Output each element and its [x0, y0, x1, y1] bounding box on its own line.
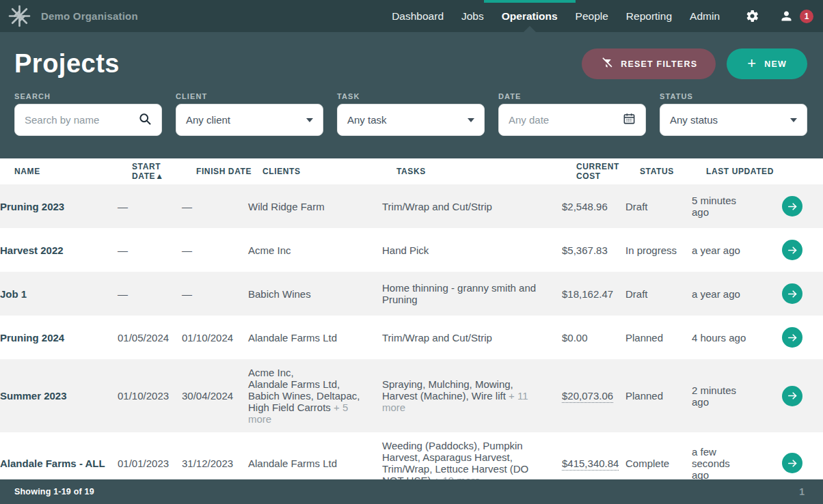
finish-date: 31/12/2023 [182, 458, 248, 469]
status: Draft [625, 201, 692, 212]
tasks: Hand Pick [382, 244, 562, 256]
start-date: 01/05/2024 [118, 332, 182, 344]
open-project-button[interactable] [782, 283, 802, 304]
start-date: — [118, 244, 182, 256]
table-row[interactable]: Pruning 2023 — — Wild Ridge Farm Trim/Wr… [0, 184, 823, 228]
last-updated: 4 hours ago [692, 332, 774, 344]
projects-table: NAME START DATE▲ FINISH DATE CLIENTS TAS… [0, 158, 823, 494]
finish-date: — [182, 201, 248, 212]
client-select[interactable]: Any client [176, 104, 323, 136]
start-date: — [118, 201, 182, 212]
projects-page: Demo Organisation Dashboard Jobs Operati… [0, 0, 823, 504]
start-date: 01/01/2023 [118, 458, 182, 469]
table-body: Pruning 2023 — — Wild Ridge Farm Trim/Wr… [0, 184, 823, 494]
reset-filters-button[interactable]: RESET FILTERS [582, 48, 716, 79]
finish-date: — [182, 244, 248, 256]
last-updated: 5 minutes ago [692, 195, 774, 218]
open-project-button[interactable] [782, 240, 802, 260]
nav-item-reporting[interactable]: Reporting [626, 0, 672, 32]
status-label: STATUS [660, 92, 807, 100]
nav-item-people[interactable]: People [576, 0, 608, 32]
page-title: Projects [14, 50, 120, 79]
open-project-button[interactable] [782, 327, 802, 348]
status: Complete [625, 458, 692, 469]
task-select[interactable]: Any task [337, 104, 485, 136]
status-select[interactable]: Any status [660, 104, 807, 136]
current-cost: $18,162.47 [562, 288, 625, 300]
main-nav: Dashboard Jobs Operations People Reporti… [383, 0, 729, 32]
project-name: Alandale Farms - ALL [0, 458, 118, 469]
finish-date: 01/10/2024 [182, 332, 248, 344]
nav-item-admin[interactable]: Admin [690, 0, 720, 32]
current-cost: $2,548.96 [562, 201, 625, 212]
column-header-current-cost[interactable]: CURRENT COST [576, 162, 640, 181]
column-header-clients[interactable]: CLIENTS [262, 167, 396, 176]
table-row[interactable]: Pruning 2024 01/05/2024 01/10/2024 Aland… [0, 316, 823, 359]
current-cost: $415,340.84 [562, 458, 625, 469]
tasks: Trim/Wrap and Cut/Strip [382, 201, 562, 212]
project-name: Summer 2023 [0, 390, 118, 402]
column-header-last-updated[interactable]: LAST UPDATED [706, 167, 789, 176]
last-updated: a year ago [692, 288, 774, 300]
start-date: — [118, 288, 182, 300]
date-input[interactable] [509, 114, 623, 126]
status: Planned [625, 390, 692, 402]
sort-asc-icon: ▲ [155, 171, 163, 181]
filter-date: DATE [498, 92, 646, 136]
settings-gear-icon[interactable] [744, 8, 760, 25]
last-updated: 2 minutes ago [692, 384, 774, 408]
filter-search: SEARCH [14, 92, 162, 136]
status: Planned [625, 332, 692, 344]
clients: Wild Ridge Farm [248, 201, 382, 212]
table-header-row: NAME START DATE▲ FINISH DATE CLIENTS TAS… [0, 158, 823, 184]
filter-status: STATUS Any status [660, 92, 807, 136]
pagination-page-1[interactable]: 1 [799, 486, 805, 497]
filter-task: TASK Any task [337, 92, 485, 136]
table-row[interactable]: Harvest 2022 — — Acme Inc Hand Pick $5,3… [0, 228, 823, 272]
clients: Babich Wines [248, 288, 382, 300]
column-header-start-date[interactable]: START DATE▲ [132, 162, 196, 181]
search-icon[interactable] [138, 112, 152, 128]
project-name: Pruning 2023 [0, 201, 118, 212]
open-project-button[interactable] [782, 196, 802, 216]
chevron-down-icon [468, 118, 474, 122]
org-logo-icon [7, 4, 31, 29]
search-input[interactable] [25, 114, 138, 126]
chevron-down-icon [306, 118, 313, 122]
filter-off-icon [600, 57, 613, 72]
task-label: TASK [337, 92, 485, 100]
filter-bar: SEARCH CLIENT Any client TASK Any [14, 92, 807, 136]
nav-item-jobs[interactable]: Jobs [461, 0, 484, 32]
notification-badge[interactable]: 1 [800, 10, 813, 23]
column-header-finish-date[interactable]: FINISH DATE [196, 167, 262, 176]
filter-client: CLIENT Any client [176, 92, 323, 136]
table-row[interactable]: Summer 2023 01/10/2023 30/04/2024 Acme I… [0, 359, 823, 432]
navbar-brand: Demo Organisation [7, 4, 138, 29]
last-updated: a few seconds ago [692, 446, 774, 481]
table-footer: Showing 1-19 of 19 1 [0, 479, 823, 504]
top-navbar: Demo Organisation Dashboard Jobs Operati… [0, 0, 823, 32]
clients: Alandale Farms Ltd [248, 332, 382, 344]
clients: Acme Inc, Alandale Farms Ltd, Babich Win… [248, 367, 382, 425]
project-name: Harvest 2022 [0, 244, 118, 256]
status: Draft [625, 288, 692, 300]
tasks: Trim/Wrap and Cut/Strip [382, 332, 562, 344]
tasks: Home thinning - granny smith and Pruning [382, 282, 562, 305]
nav-item-dashboard[interactable]: Dashboard [392, 0, 444, 32]
table-row[interactable]: Job 1 — — Babich Wines Home thinning - g… [0, 272, 823, 316]
column-header-status[interactable]: STATUS [640, 167, 706, 176]
tasks: Spraying, Mulching, Mowing, Harvest (Mac… [382, 378, 562, 413]
column-header-tasks[interactable]: TASKS [396, 167, 576, 176]
new-project-button[interactable]: + NEW [727, 48, 807, 79]
date-label: DATE [498, 92, 646, 100]
current-cost: $5,367.83 [562, 244, 625, 256]
project-name: Job 1 [0, 288, 118, 300]
column-header-name[interactable]: NAME [14, 167, 132, 176]
showing-count: Showing 1-19 of 19 [14, 487, 94, 496]
calendar-icon[interactable] [623, 112, 636, 128]
user-account-icon[interactable] [778, 8, 794, 25]
open-project-button[interactable] [782, 453, 802, 473]
status: In progress [625, 244, 692, 256]
nav-item-operations[interactable]: Operations [502, 0, 558, 32]
open-project-button[interactable] [782, 386, 802, 406]
